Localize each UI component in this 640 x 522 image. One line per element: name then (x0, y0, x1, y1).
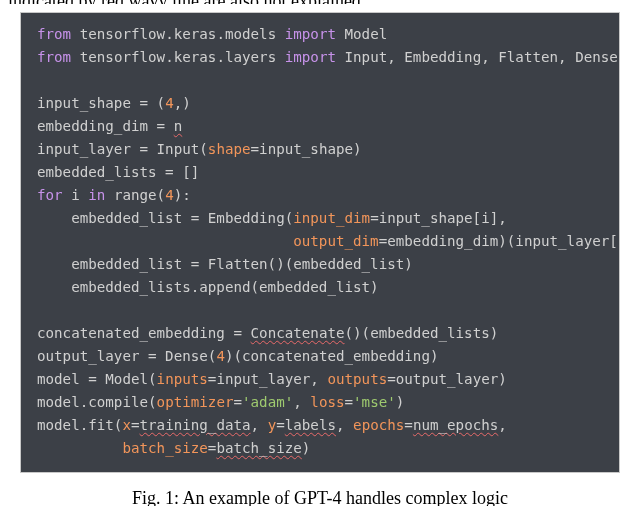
code-token: output_layer = Dense( (37, 348, 216, 364)
code-token: 'adam' (242, 394, 293, 410)
code-line: for i in range(4): (21, 184, 619, 207)
code-token: training_data (140, 417, 251, 433)
code-token: ()(embedded_lists) (345, 325, 499, 341)
code-token: model.compile( (37, 394, 157, 410)
code-token (37, 72, 46, 88)
code-token: batch_size (216, 440, 301, 456)
code-token: =input_shape[i], (370, 210, 507, 226)
code-token: =input_shape) (251, 141, 362, 157)
code-token: for (37, 187, 71, 203)
code-token: = (345, 394, 354, 410)
code-token: model = Model( (37, 371, 157, 387)
code-token: embedded_list = Embedding( (37, 210, 293, 226)
code-token: y (268, 417, 277, 433)
code-token: = (131, 417, 140, 433)
code-token: = (404, 417, 413, 433)
code-line: batch_size=batch_size) (21, 437, 619, 460)
caption-text: An example of GPT-4 handles complex logi… (179, 488, 508, 506)
code-token: num_epochs (413, 417, 498, 433)
code-token: embedded_list = Flatten()(embedded_list) (37, 256, 413, 272)
code-token: input_dim (293, 210, 370, 226)
code-line: concatenated_embedding = Concatenate()(e… (21, 322, 619, 345)
code-token: from (37, 49, 80, 65)
code-block: from tensorflow.keras.models import Mode… (21, 13, 619, 472)
code-line: output_dim=embedding_dim)(input_layer[i]… (21, 230, 619, 253)
code-line: input_layer = Input(shape=input_shape) (21, 138, 619, 161)
code-line: model = Model(inputs=input_layer, output… (21, 368, 619, 391)
code-token: range( (114, 187, 165, 203)
code-token: Concatenate (251, 325, 345, 341)
code-token: from (37, 26, 80, 42)
code-token: ) (396, 394, 405, 410)
code-line: embedded_lists.append(embedded_list) (21, 276, 619, 299)
code-token: = (276, 417, 285, 433)
code-token: )(concatenated_embedding) (225, 348, 439, 364)
code-token: , (336, 417, 353, 433)
caption-label: Fig. 1: (132, 488, 179, 506)
code-token: 4 (165, 187, 174, 203)
code-token: in (88, 187, 114, 203)
code-line: model.compile(optimizer='adam', loss='ms… (21, 391, 619, 414)
code-token: embedding_dim = (37, 118, 174, 134)
code-token: embedded_lists = [] (37, 164, 199, 180)
code-line (21, 69, 619, 92)
code-token: , (498, 417, 507, 433)
code-token (37, 233, 293, 249)
code-line (21, 299, 619, 322)
code-token: inputs (157, 371, 208, 387)
code-token: outputs (327, 371, 387, 387)
code-token: optimizer (157, 394, 234, 410)
code-line: from tensorflow.keras.models import Mode… (21, 23, 619, 46)
code-token: ) (302, 440, 311, 456)
code-token: 4 (165, 95, 174, 111)
code-line: embedding_dim = n (21, 115, 619, 138)
code-token: output_dim (293, 233, 378, 249)
code-token: ,) (174, 95, 191, 111)
code-token (37, 302, 46, 318)
code-token (37, 440, 122, 456)
code-line: from tensorflow.keras.layers import Inpu… (21, 46, 619, 69)
code-token: concatenated_embedding = (37, 325, 251, 341)
code-editor-frame: from tensorflow.keras.models import Mode… (20, 12, 620, 473)
code-token: input_shape = ( (37, 95, 165, 111)
code-token: tensorflow.keras.layers (80, 49, 285, 65)
code-line: embedded_list = Flatten()(embedded_list) (21, 253, 619, 276)
code-token: =input_layer, (208, 371, 328, 387)
code-token: shape (208, 141, 251, 157)
code-token: Input, Embedding, Flatten, Dense (345, 49, 618, 65)
code-line: model.fit(x=training_data, y=labels, epo… (21, 414, 619, 437)
code-token: import (285, 49, 345, 65)
code-token: = (233, 394, 242, 410)
code-token: n (174, 118, 183, 134)
code-line: embedded_list = Embedding(input_dim=inpu… (21, 207, 619, 230)
cropped-top-text: indicated by red wavy line are also not … (0, 0, 640, 4)
code-token: embedded_lists.append(embedded_list) (37, 279, 379, 295)
code-token: model.fit( (37, 417, 122, 433)
code-token: =embedding_dim)(input_layer[i]) (379, 233, 619, 249)
code-token: loss (310, 394, 344, 410)
code-token: 4 (216, 348, 225, 364)
code-token: 'mse' (353, 394, 396, 410)
code-token: tensorflow.keras.models (80, 26, 285, 42)
code-token: x (122, 417, 131, 433)
code-token: , (251, 417, 268, 433)
code-line: input_shape = (4,) (21, 92, 619, 115)
code-token: input_layer = Input( (37, 141, 208, 157)
code-token: ): (174, 187, 191, 203)
figure-caption: Fig. 1: An example of GPT-4 handles comp… (0, 473, 640, 506)
code-token: epochs (353, 417, 404, 433)
code-token: Model (345, 26, 388, 42)
cropped-top-text-content: indicated by red wavy line are also not … (8, 0, 365, 4)
code-token: i (71, 187, 88, 203)
code-line: output_layer = Dense(4)(concatenated_emb… (21, 345, 619, 368)
code-token: batch_size (122, 440, 207, 456)
code-token: labels (285, 417, 336, 433)
code-token: import (285, 26, 345, 42)
code-token: =output_layer) (387, 371, 507, 387)
code-line: embedded_lists = [] (21, 161, 619, 184)
code-token: , (293, 394, 310, 410)
